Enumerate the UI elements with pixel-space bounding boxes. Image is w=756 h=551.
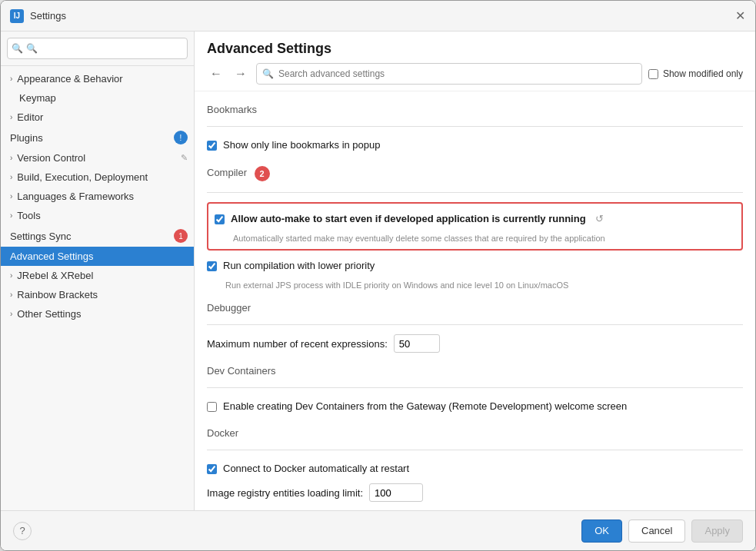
nav-back-button[interactable]: ← xyxy=(207,65,225,83)
debugger-section-title: Debugger xyxy=(207,302,743,317)
chevron-icon: › xyxy=(10,290,12,299)
compiler-divider xyxy=(207,192,743,193)
enable-dev-containers-checkbox[interactable] xyxy=(207,402,217,412)
debugger-section: Debugger Maximum number of recent expres… xyxy=(207,302,743,353)
chevron-icon: › xyxy=(10,173,12,181)
compiler-section: Compiler 2 Allow auto-make to start even… xyxy=(207,166,743,290)
image-registry-limit-input[interactable] xyxy=(369,483,423,502)
sidebar-item-label: Editor xyxy=(17,111,43,123)
footer: ? OK Cancel Apply xyxy=(1,510,755,550)
sidebar: 🔍 › Appearance & Behavior Keymap › Edito… xyxy=(1,32,195,510)
sidebar-item-build-execution[interactable]: › Build, Execution, Deployment xyxy=(1,168,194,187)
allow-auto-make-label: Allow auto-make to start even if develop… xyxy=(231,213,586,224)
titlebar: IJ Settings ✕ xyxy=(1,1,755,32)
sidebar-item-advanced-settings[interactable]: Advanced Settings xyxy=(1,247,194,266)
settings-sync-badge: 1 xyxy=(174,229,188,243)
sidebar-search-input[interactable] xyxy=(7,38,188,59)
sidebar-item-label: Tools xyxy=(17,210,40,221)
app-icon: IJ xyxy=(10,9,24,23)
main-content: 🔍 › Appearance & Behavior Keymap › Edito… xyxy=(1,32,755,510)
allow-auto-make-description: Automatically started make may eventuall… xyxy=(215,234,735,243)
nav-forward-button[interactable]: → xyxy=(231,65,250,83)
sidebar-item-other-settings[interactable]: › Other Settings xyxy=(1,304,194,324)
sidebar-search-icon: 🔍 xyxy=(12,43,23,54)
sidebar-item-label: Version Control xyxy=(17,152,85,164)
sidebar-item-label: Settings Sync xyxy=(10,231,72,242)
search-bar: 🔍 xyxy=(256,63,642,85)
search-advanced-input[interactable] xyxy=(256,63,642,85)
max-recent-expressions-row: Maximum number of recent expressions: xyxy=(207,334,743,353)
main-toolbar: ← → 🔍 Show modified only xyxy=(207,63,743,85)
sidebar-search-wrapper: 🔍 xyxy=(7,38,188,59)
max-recent-expressions-input[interactable] xyxy=(394,334,440,353)
show-modified-checkbox[interactable] xyxy=(648,69,658,79)
help-button[interactable]: ? xyxy=(13,522,32,540)
ok-button[interactable]: OK xyxy=(581,519,622,543)
sidebar-item-version-control[interactable]: › Version Control ✎ xyxy=(1,148,194,168)
bookmarks-section-title: Bookmarks xyxy=(207,104,743,118)
sidebar-item-languages-frameworks[interactable]: › Languages & Frameworks xyxy=(1,187,194,206)
compiler-highlighted-section: Allow auto-make to start even if develop… xyxy=(207,202,743,251)
footer-buttons: OK Cancel Apply xyxy=(581,519,743,543)
allow-auto-make-item: Allow auto-make to start even if develop… xyxy=(215,210,735,227)
sidebar-item-label: Plugins xyxy=(10,132,43,144)
sidebar-item-plugins[interactable]: Plugins ! xyxy=(1,127,194,148)
chevron-icon: › xyxy=(10,192,12,201)
sidebar-item-jrebel-xrebel[interactable]: › JRebel & XRebel xyxy=(1,266,194,285)
sidebar-item-label: Rainbow Brackets xyxy=(17,289,98,300)
compiler-badge: 2 xyxy=(255,166,270,181)
show-line-bookmarks-checkbox[interactable] xyxy=(207,141,217,151)
reset-icon[interactable]: ↺ xyxy=(595,213,604,224)
sidebar-item-settings-sync[interactable]: Settings Sync 1 xyxy=(1,225,194,247)
settings-window: IJ Settings ✕ 🔍 › Appearance & Behavior xyxy=(0,0,756,551)
sidebar-item-label: Appearance & Behavior xyxy=(17,73,122,85)
cancel-button[interactable]: Cancel xyxy=(628,519,685,543)
docker-section-title: Docker xyxy=(207,427,743,442)
connect-docker-auto-label: Connect to Docker automatically at resta… xyxy=(223,463,409,474)
connect-docker-auto-item: Connect to Docker automatically at resta… xyxy=(207,460,743,477)
close-button[interactable]: ✕ xyxy=(734,10,746,22)
sidebar-item-label: Advanced Settings xyxy=(10,251,93,262)
sidebar-item-editor[interactable]: › Editor xyxy=(1,108,194,127)
sidebar-item-label: JRebel & XRebel xyxy=(17,270,93,281)
debugger-divider xyxy=(207,324,743,325)
allow-auto-make-checkbox[interactable] xyxy=(215,214,225,224)
docker-divider xyxy=(207,450,743,450)
main-header: Advanced Settings ← → 🔍 Show modified on… xyxy=(195,32,755,91)
window-title: Settings xyxy=(30,10,66,22)
apply-button[interactable]: Apply xyxy=(691,519,743,543)
bookmarks-section: Bookmarks Show only line bookmarks in po… xyxy=(207,104,743,154)
edit-icon: ✎ xyxy=(181,153,188,163)
run-compilation-checkbox[interactable] xyxy=(207,261,217,271)
sidebar-search-area: 🔍 xyxy=(1,32,194,66)
sidebar-item-label: Other Settings xyxy=(17,308,81,320)
docker-section: Docker Connect to Docker automatically a… xyxy=(207,427,743,510)
compiler-section-title: Compiler 2 xyxy=(207,166,743,184)
chevron-icon: › xyxy=(10,271,12,280)
titlebar-left: IJ Settings xyxy=(10,9,66,23)
run-compilation-description: Run external JPS process with IDLE prior… xyxy=(207,280,743,290)
sidebar-item-tools[interactable]: › Tools xyxy=(1,206,194,225)
connect-docker-auto-checkbox[interactable] xyxy=(207,464,217,474)
show-line-bookmarks-label: Show only line bookmarks in popup xyxy=(223,139,381,151)
chevron-icon: › xyxy=(10,154,12,162)
enable-dev-containers-item: Enable creating Dev Containers from the … xyxy=(207,397,743,415)
sidebar-list: › Appearance & Behavior Keymap › Editor … xyxy=(1,66,194,510)
show-modified-label[interactable]: Show modified only xyxy=(648,68,743,79)
sidebar-item-label: Languages & Frameworks xyxy=(17,191,134,202)
image-registry-limit-label: Image registry entities loading limit: xyxy=(207,487,363,499)
chevron-icon: › xyxy=(10,310,12,318)
sidebar-item-keymap[interactable]: Keymap xyxy=(1,88,194,108)
show-line-bookmarks-item: Show only line bookmarks in popup xyxy=(207,136,743,154)
show-modified-text: Show modified only xyxy=(663,68,743,79)
search-icon: 🔍 xyxy=(262,68,274,79)
sidebar-item-appearance-behavior[interactable]: › Appearance & Behavior xyxy=(1,69,194,88)
sidebar-item-rainbow-brackets[interactable]: › Rainbow Brackets xyxy=(1,285,194,304)
chevron-icon: › xyxy=(10,211,12,220)
plugins-badge: ! xyxy=(174,131,188,144)
main-body: Bookmarks Show only line bookmarks in po… xyxy=(195,91,755,510)
enable-dev-containers-label: Enable creating Dev Containers from the … xyxy=(223,400,627,412)
dev-containers-section-title: Dev Containers xyxy=(207,365,743,380)
page-title: Advanced Settings xyxy=(207,41,743,57)
run-compilation-label: Run compilation with lower priority xyxy=(223,260,375,271)
